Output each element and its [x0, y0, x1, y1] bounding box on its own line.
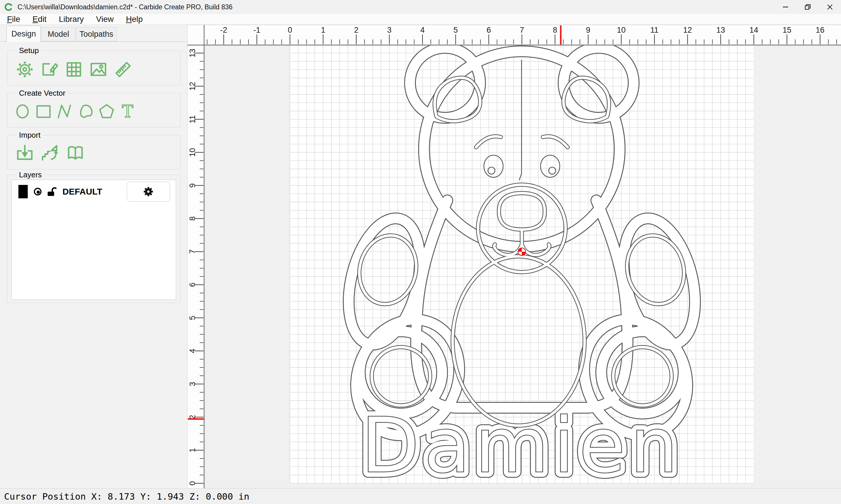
- restore-button[interactable]: [796, 0, 819, 14]
- menu-item-library[interactable]: Library: [53, 15, 89, 24]
- layer-unlocked-icon[interactable]: [47, 186, 57, 197]
- layer-row[interactable]: DEFAULT: [12, 180, 176, 203]
- svg-text:10: 10: [188, 148, 197, 157]
- minimize-button[interactable]: [774, 0, 796, 14]
- svg-text:11: 11: [188, 115, 197, 123]
- ruler-icon[interactable]: [113, 59, 133, 79]
- layer-visibility-eye-icon[interactable]: [33, 187, 42, 196]
- layers-group-label: Layers: [17, 170, 44, 179]
- circle-tool-icon[interactable]: [13, 102, 32, 121]
- tab-model[interactable]: Model: [41, 27, 75, 41]
- import-group-label: Import: [17, 131, 43, 140]
- menu-item-edit[interactable]: Edit: [27, 15, 52, 24]
- menu-item-view[interactable]: View: [91, 15, 119, 24]
- import-group: Import: [7, 135, 181, 169]
- svg-text:6: 6: [188, 283, 197, 287]
- svg-text:2: 2: [354, 26, 358, 34]
- layer-settings-button[interactable]: [127, 182, 170, 201]
- tab-design[interactable]: Design: [6, 26, 41, 42]
- svg-text:8: 8: [553, 26, 557, 34]
- library-icon[interactable]: [65, 143, 86, 163]
- tab-strip: Design Model Toolpaths: [0, 25, 187, 42]
- vertical-ruler: [187, 45, 204, 488]
- svg-text:3: 3: [188, 382, 197, 386]
- svg-text:10: 10: [617, 26, 626, 34]
- menu-item-help[interactable]: Help: [121, 15, 148, 24]
- image-icon[interactable]: [88, 59, 108, 79]
- close-button[interactable]: [819, 0, 841, 14]
- carbide-create-logo-icon: [4, 3, 13, 11]
- layer-name: DEFAULT: [63, 187, 102, 197]
- svg-text:4: 4: [188, 349, 197, 353]
- trace-image-icon[interactable]: [40, 143, 61, 163]
- sidebar: Design Model Toolpaths Setup: [0, 25, 187, 488]
- job-setup-gear-icon[interactable]: [15, 59, 35, 79]
- cursor-x-indicator: [560, 25, 562, 44]
- svg-text:9: 9: [188, 183, 197, 187]
- horizontal-ruler: [187, 24, 841, 45]
- grid-icon[interactable]: [64, 59, 84, 79]
- svg-text:16: 16: [816, 26, 824, 34]
- svg-text:1: 1: [188, 448, 197, 452]
- setup-group: Setup: [7, 51, 181, 86]
- create-vector-group: Create Vector T: [7, 93, 181, 127]
- svg-text:1: 1: [321, 26, 325, 34]
- polygon-tool-icon[interactable]: [97, 102, 116, 121]
- svg-text:15: 15: [783, 26, 791, 34]
- svg-text:11: 11: [650, 26, 658, 34]
- create-vector-group-label: Create Vector: [17, 89, 68, 98]
- text-tool-icon[interactable]: T: [118, 102, 137, 121]
- import-file-icon[interactable]: [15, 143, 35, 163]
- title-bar: C:\Users\willa\Downloads\damien.c2d* - C…: [0, 0, 841, 14]
- svg-text:8: 8: [188, 216, 197, 221]
- window-title: C:\Users\willa\Downloads\damien.c2d* - C…: [18, 3, 233, 11]
- origin-datum-marker: [518, 248, 526, 255]
- layers-group: Layers DEFAULT: [7, 175, 181, 303]
- window-controls: [774, 0, 841, 14]
- edit-document-icon[interactable]: [39, 59, 59, 79]
- svg-text:13: 13: [716, 26, 725, 34]
- svg-text:5: 5: [453, 26, 458, 34]
- svg-text:7: 7: [188, 249, 197, 254]
- tab-toolpaths[interactable]: Toolpaths: [76, 27, 117, 41]
- tab-toolpaths-label: Toolpaths: [80, 30, 113, 39]
- menu-item-file[interactable]: File: [2, 15, 25, 24]
- layer-color-swatch[interactable]: [18, 185, 28, 199]
- svg-text:0: 0: [188, 481, 197, 485]
- svg-text:7: 7: [520, 26, 524, 34]
- polyline-tool-icon[interactable]: [55, 102, 74, 121]
- svg-text:13: 13: [188, 49, 197, 57]
- setup-group-label: Setup: [17, 46, 41, 55]
- svg-text:5: 5: [188, 316, 197, 320]
- cursor-position-readout: Cursor Position X: 8.173 Y: 1.943 Z: 0.0…: [4, 491, 250, 502]
- svg-text:14: 14: [749, 26, 758, 34]
- svg-text:6: 6: [486, 26, 491, 34]
- svg-text:0: 0: [288, 26, 292, 34]
- svg-text:12: 12: [188, 82, 197, 90]
- svg-text:9: 9: [586, 26, 590, 34]
- curve-tool-icon[interactable]: [76, 102, 95, 121]
- svg-text:12: 12: [683, 26, 692, 34]
- svg-text:T: T: [122, 102, 134, 121]
- tab-model-label: Model: [48, 30, 69, 39]
- design-canvas[interactable]: Damien: [187, 24, 841, 488]
- status-bar: Cursor Position X: 8.173 Y: 1.943 Z: 0.0…: [0, 488, 841, 504]
- svg-text:-1: -1: [254, 26, 260, 34]
- cursor-y-indicator: [188, 418, 204, 420]
- rectangle-tool-icon[interactable]: [34, 102, 53, 121]
- layer-settings-gear-icon: [143, 186, 154, 197]
- menu-bar: FileEditLibraryViewHelp: [0, 14, 841, 25]
- layers-list: DEFAULT: [12, 180, 176, 300]
- svg-text:-2: -2: [220, 26, 227, 34]
- svg-text:4: 4: [420, 26, 425, 34]
- svg-text:3: 3: [387, 26, 392, 34]
- tab-design-label: Design: [12, 30, 36, 38]
